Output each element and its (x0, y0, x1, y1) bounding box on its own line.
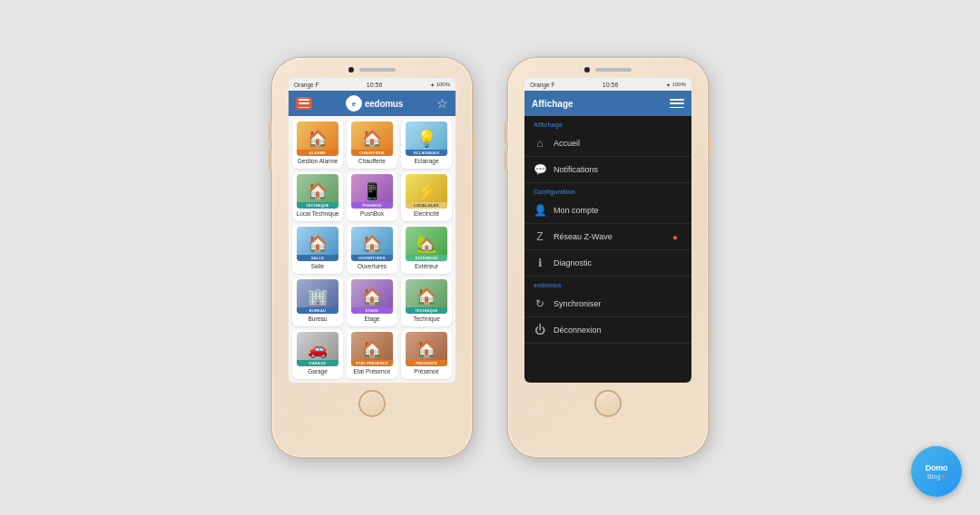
logo-text: eedomus (365, 99, 403, 109)
page-wrapper: Orange F 10:56 ✦ 100% e eedomus ☆ (0, 0, 980, 515)
status-bar-1: Orange F 10:56 ✦ 100% (289, 78, 456, 91)
drawer-text-2: Mon compte (554, 206, 599, 215)
grid-label-4: PushBox (360, 210, 384, 218)
drawer-badge-3: ● (668, 231, 682, 243)
battery-label-2: 100% (672, 82, 686, 87)
drawer-item-4[interactable]: ℹ Diagnostic (524, 250, 691, 277)
phone-2: Orange F 10:56 ✦ 100% Affichage Affichag… (508, 58, 708, 457)
grid-label-8: Extérieur (415, 263, 438, 270)
grid-label-11: Technique (413, 316, 440, 323)
grid-label-10: Etage (365, 316, 380, 323)
grid-badge-14: PRESENCE (406, 360, 447, 366)
drawer-text-5: Synchroniser (554, 299, 602, 308)
drawer-text-3: Réseau Z-Wave (554, 232, 612, 241)
grid-item-3[interactable]: 🏠 TECHNIQUE Local Technique (292, 172, 343, 221)
grid-badge-12: GARAGE (297, 360, 338, 366)
grid-icon-wrap-13: 🏠 ETAT PRESENCE (351, 332, 393, 366)
drawer-icon-1: 💬 (534, 163, 546, 176)
drawer-item-6[interactable]: ⏻ Déconnexion (524, 317, 691, 344)
domoblog-line1: Domo (926, 463, 947, 472)
grid-icon-wrap-5: ⚡ LOCAL ELEC (406, 174, 447, 209)
drawer-item-5[interactable]: ↻ Synchroniser (524, 291, 691, 317)
home-button-2[interactable] (594, 390, 622, 417)
grid-item-1[interactable]: 🏠 CHAUFFERIE Chaufferie (347, 120, 397, 169)
grid-label-13: Etat Présence (354, 368, 391, 375)
navigation-drawer: Affichage ⌂ Accueil 💬 Notifications Conf… (524, 116, 691, 383)
grid-label-14: Présence (414, 368, 438, 375)
volume-down-button[interactable] (269, 149, 272, 170)
home-button-1[interactable] (358, 390, 386, 417)
operator-label-1: Orange F (294, 82, 318, 88)
phone-top (279, 67, 465, 73)
grid-label-2: Eclairage (414, 158, 438, 165)
grid-item-12[interactable]: 🚗 GARAGE Garage (292, 330, 343, 379)
volume-down-button-2[interactable] (505, 149, 508, 170)
logo-inner: e (352, 100, 356, 108)
favorite-icon[interactable]: ☆ (436, 97, 448, 110)
drawer-item-0[interactable]: ⌂ Accueil (524, 131, 691, 157)
grid-icon-wrap-4: 📱 PUSHBOX (351, 174, 393, 209)
app-logo-1: e eedomus (346, 95, 403, 112)
drawer-item-2[interactable]: 👤 Mon compte (524, 198, 691, 224)
grid-badge-13: ETAT PRESENCE (351, 360, 393, 366)
grid-item-14[interactable]: 🏠 PRESENCE Présence (401, 330, 452, 379)
grid-icon-wrap-2: 💡 ECLAIRAGES (406, 121, 447, 156)
grid-label-6: Salle (311, 263, 324, 270)
grid-item-0[interactable]: 🏠 ALARME Gestion Alarme (292, 120, 343, 169)
power-button[interactable] (472, 131, 475, 158)
grid-item-10[interactable]: 🏠 ETAGE Etage (347, 277, 397, 326)
bluetooth-icon-2: ✦ (666, 82, 671, 88)
phone-2-screen: Orange F 10:56 ✦ 100% Affichage Affichag… (524, 78, 691, 383)
domoblog-badge: Domo Blog ● (911, 446, 962, 497)
grid-item-8[interactable]: 🏡 EXTERIEUR Extérieur (401, 225, 452, 274)
app-title-2: Affichage (532, 99, 573, 109)
grid-icon-wrap-0: 🏠 ALARME (297, 121, 338, 156)
grid-item-9[interactable]: 🏢 BUREAU Bureau (292, 277, 343, 326)
domoblog-line2: Blog (927, 473, 940, 480)
time-1: 10:56 (367, 82, 383, 88)
menu-button-2[interactable] (670, 98, 684, 109)
app-grid: 🏠 ALARME Gestion Alarme 🏠 CHAUFFERIE Cha… (289, 116, 456, 383)
grid-badge-4: PUSHBOX (351, 202, 393, 209)
volume-up-button-2[interactable] (505, 121, 508, 143)
logo-circle: e (346, 95, 362, 112)
app-header-1: e eedomus ☆ (289, 91, 456, 116)
status-bar-2: Orange F 10:56 ✦ 100% (524, 78, 691, 91)
battery-label-1: 100% (436, 82, 450, 87)
volume-up-button[interactable] (269, 121, 272, 143)
drawer-icon-3: Z (534, 230, 546, 243)
status-icons-1: ✦ 100% (430, 82, 450, 88)
grid-item-2[interactable]: 💡 ECLAIRAGES Eclairage (401, 120, 452, 169)
power-button-2[interactable] (708, 131, 711, 158)
drawer-item-1[interactable]: 💬 Notifications (524, 157, 691, 183)
grid-icon-wrap-6: 🏠 SALLE (297, 227, 338, 261)
phone-top-2 (515, 67, 701, 73)
grid-icon-wrap-9: 🏢 BUREAU (297, 279, 338, 314)
hamburger-button-1[interactable] (296, 97, 312, 110)
grid-item-11[interactable]: 🏠 TECHNIQUE Technique (401, 277, 452, 326)
grid-label-1: Chaufferie (358, 158, 386, 165)
drawer-section-affichage: Affichage (524, 116, 691, 131)
grid-badge-3: TECHNIQUE (297, 202, 338, 209)
grid-item-6[interactable]: 🏠 SALLE Salle (292, 225, 343, 274)
camera-lens-2 (584, 67, 590, 73)
drawer-item-3[interactable]: Z Réseau Z-Wave ● (524, 224, 691, 250)
grid-icon-wrap-1: 🏠 CHAUFFERIE (351, 121, 393, 156)
grid-label-7: Ouvertures (358, 263, 387, 270)
phone-1-screen: Orange F 10:56 ✦ 100% e eedomus ☆ (289, 78, 456, 383)
grid-badge-6: SALLE (297, 255, 338, 261)
grid-item-7[interactable]: 🏠 OUVERTURES Ouvertures (347, 225, 397, 274)
drawer-icon-2: 👤 (534, 204, 546, 217)
grid-item-5[interactable]: ⚡ LOCAL ELEC Electricité (401, 172, 452, 221)
drawer-text-4: Diagnostic (554, 258, 592, 267)
operator-label-2: Orange F (530, 82, 554, 88)
grid-badge-9: BUREAU (297, 307, 338, 314)
drawer-section-eedomus: eedomus (524, 277, 691, 291)
drawer-icon-4: ℹ (534, 257, 546, 269)
grid-item-13[interactable]: 🏠 ETAT PRESENCE Etat Présence (347, 330, 397, 379)
grid-icon-wrap-14: 🏠 PRESENCE (406, 332, 447, 366)
camera-lens (348, 67, 354, 73)
grid-item-4[interactable]: 📱 PUSHBOX PushBox (347, 172, 397, 221)
grid-badge-5: LOCAL ELEC (406, 202, 447, 209)
grid-badge-11: TECHNIQUE (406, 307, 447, 314)
